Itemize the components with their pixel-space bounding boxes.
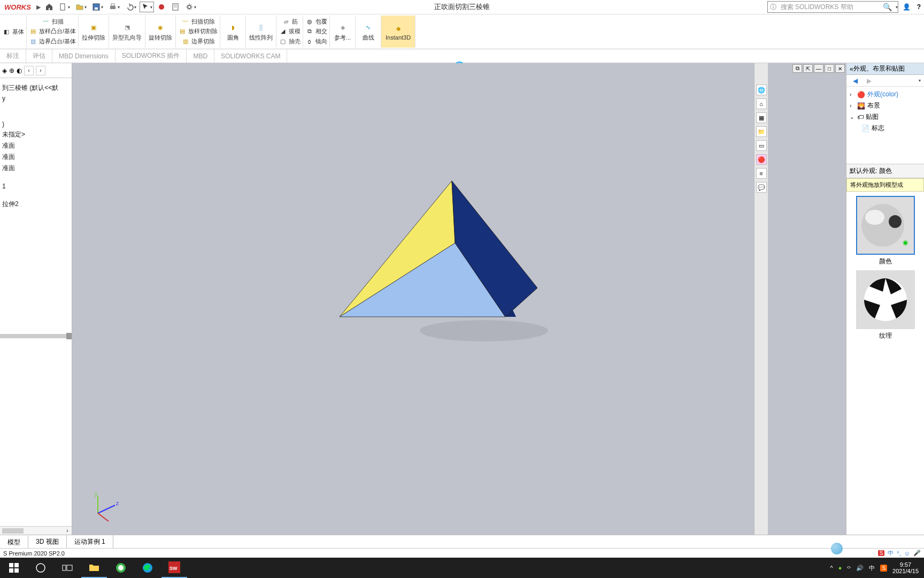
vp-min-icon[interactable]: — xyxy=(814,64,823,73)
rp-scene[interactable]: ›🌄 布景 xyxy=(850,100,921,111)
vp-restore-icon[interactable]: ⧉ xyxy=(792,64,802,73)
rb-draft[interactable]: ◢拔模 xyxy=(279,27,301,36)
tab-annotate[interactable]: 标注 xyxy=(0,49,26,63)
tray-battery-icon[interactable]: ● xyxy=(838,565,842,571)
rp-back-icon[interactable]: ◀ xyxy=(850,76,860,86)
tree-paren[interactable]: ) xyxy=(2,119,70,129)
search-box[interactable]: ⓘ 搜索 SOLIDWORKS 帮助 🔍▾ xyxy=(767,1,898,13)
tray-clock[interactable]: 9:57 2021/4/15 xyxy=(892,561,919,574)
fm-tab2-icon[interactable]: ⊕ xyxy=(9,67,14,74)
tree-root[interactable]: 到三棱锥 (默认<<默 xyxy=(2,82,70,94)
status-ime-badge[interactable]: S xyxy=(878,550,885,556)
user-icon[interactable]: 👤 xyxy=(900,2,913,12)
rp-appearance[interactable]: ›🔴 外观(color) xyxy=(850,89,921,100)
settings-icon[interactable]: ▾ xyxy=(183,2,198,12)
rb-intersect[interactable]: ⧉相交 xyxy=(305,27,327,36)
rb-boundary-cut[interactable]: ▥边界切除 xyxy=(181,37,215,46)
rb-ref[interactable]: ◈参考... xyxy=(330,16,356,48)
explorer-icon[interactable] xyxy=(81,558,107,578)
tab-mbddim[interactable]: MBD Dimensions xyxy=(52,49,116,63)
rb-rib[interactable]: ▱筋 xyxy=(282,17,298,26)
swatch-color[interactable]: ◉ 颜色 xyxy=(856,196,915,266)
rb-curve[interactable]: ∿曲线 xyxy=(356,16,381,48)
tab-model[interactable]: 模型 xyxy=(0,535,28,548)
edge-icon[interactable] xyxy=(135,558,160,578)
tab-evaluate[interactable]: 评估 xyxy=(26,49,52,63)
rb-fillet[interactable]: ◗圆角 xyxy=(220,16,246,48)
undo-icon[interactable]: ▾ xyxy=(123,2,138,12)
tab-mbd[interactable]: MBD xyxy=(187,49,214,63)
status-ime[interactable]: 中 xyxy=(888,549,894,557)
tab-addins[interactable]: SOLIDWORKS 插件 xyxy=(116,49,187,63)
fm-splitter[interactable] xyxy=(0,334,72,338)
rp-fwd-icon[interactable]: ▶ xyxy=(864,76,874,86)
floating-assist-icon[interactable] xyxy=(831,543,843,554)
swatch-texture[interactable]: 纹理 xyxy=(856,270,915,340)
tray-volume-icon[interactable]: 🔊 xyxy=(856,565,864,572)
rb-revolve-cut[interactable]: ◉旋转切除 xyxy=(145,16,176,48)
search-submit-icon[interactable]: 🔍 xyxy=(880,3,895,11)
rb-wrap[interactable]: ◍包覆 xyxy=(305,17,327,26)
help-icon[interactable]: ? xyxy=(915,2,923,12)
tp-forum-icon[interactable]: 💬 xyxy=(756,182,767,193)
viewport-3d[interactable]: ⧉ ⇱ — □ ✕ y z 🌐 ⌂ ▦ 📁 ▭ 🔴 ≡ 💬 xyxy=(72,63,846,535)
tp-appearance-icon[interactable]: 🔴 xyxy=(756,154,767,165)
feature-tree[interactable]: 到三棱锥 (默认<<默 y ) 未指定> 准面 准面 准面 1 拉伸2 xyxy=(0,78,72,275)
rebuild-icon[interactable] xyxy=(155,2,168,12)
rp-decal[interactable]: ⌄🏷 贴图 xyxy=(850,111,921,123)
tree-extrude2[interactable]: 拉伸2 xyxy=(2,199,70,210)
select-icon[interactable]: ▾ xyxy=(140,2,154,12)
tree-unassigned[interactable]: 未指定> xyxy=(2,129,70,140)
solidworks-taskbar-icon[interactable]: SW xyxy=(161,558,187,578)
rb-sweep-cut[interactable]: 〰扫描切除 xyxy=(181,17,215,26)
rb-instant3d[interactable]: ◆Instant3D xyxy=(381,16,415,48)
start-button[interactable] xyxy=(1,558,27,578)
rb-sweep[interactable]: 〰扫描 xyxy=(42,17,64,26)
tab-cam[interactable]: SOLIDWORKS CAM xyxy=(214,49,287,63)
edge-legacy-icon[interactable] xyxy=(108,558,134,578)
fm-tab1-icon[interactable]: ◈ xyxy=(2,67,7,74)
tree-y[interactable]: y xyxy=(2,94,70,103)
vp-link-icon[interactable]: ⇱ xyxy=(803,64,813,73)
rb-loft-cut[interactable]: ▤放样切割除 xyxy=(178,27,218,36)
pyramid-model[interactable] xyxy=(334,181,559,352)
rb-loft[interactable]: ▤放样凸台/基体 xyxy=(29,27,76,36)
tp-view-icon[interactable]: ▭ xyxy=(756,140,767,151)
taskview-icon[interactable] xyxy=(55,558,80,578)
rb-base[interactable]: ◧基体 xyxy=(2,27,24,36)
tray-wifi-icon[interactable]: ⌔ xyxy=(847,565,851,571)
fm-prev[interactable]: ‹ xyxy=(24,66,34,75)
tp-resources-icon[interactable]: 🌐 xyxy=(756,85,767,95)
tree-plane3[interactable]: 准面 xyxy=(2,163,70,174)
open-icon[interactable]: ▾ xyxy=(73,2,89,12)
view-triad[interactable]: y z xyxy=(83,492,120,524)
home-icon[interactable] xyxy=(43,2,56,12)
rb-wizard[interactable]: ⬔异型孔向导 xyxy=(109,16,145,48)
tray-sogou-icon[interactable]: S xyxy=(880,565,887,572)
tree-plane2[interactable]: 准面 xyxy=(2,151,70,163)
rb-pattern[interactable]: ⣿线性阵列 xyxy=(246,16,276,48)
status-punct-icon[interactable]: °, xyxy=(897,550,900,557)
save-icon[interactable]: ▾ xyxy=(90,2,105,12)
new-icon[interactable]: ▾ xyxy=(57,2,72,12)
rb-mirror[interactable]: ⧮镜向 xyxy=(305,37,327,46)
rb-shell[interactable]: ▢抽壳 xyxy=(279,37,301,46)
status-emoji-icon[interactable]: ☺ xyxy=(904,550,910,557)
options-file-icon[interactable] xyxy=(169,2,182,12)
fm-hscroll[interactable]: › xyxy=(0,526,72,535)
tab-3dview[interactable]: 3D 视图 xyxy=(28,535,67,548)
tp-explorer-icon[interactable]: 📁 xyxy=(756,126,767,137)
tp-home-icon[interactable]: ⌂ xyxy=(756,98,767,109)
rb-boundary[interactable]: ▥边界凸台/基体 xyxy=(29,37,76,46)
logo-arrow-icon[interactable]: ▶ xyxy=(34,4,43,11)
rp-drop[interactable]: ▾ xyxy=(919,78,921,83)
vp-max-icon[interactable]: □ xyxy=(825,64,834,73)
print-icon[interactable]: ▾ xyxy=(106,2,122,12)
tray-overflow-icon[interactable]: ^ xyxy=(830,565,833,571)
status-mic-icon[interactable]: 🎤 xyxy=(913,550,921,557)
tree-1[interactable]: 1 xyxy=(2,181,70,191)
fm-tab3-icon[interactable]: ◐ xyxy=(17,67,22,74)
tree-plane1[interactable]: 准面 xyxy=(2,140,70,151)
tray-ime[interactable]: 中 xyxy=(869,564,875,572)
rb-extrude-cut[interactable]: ▣拉伸切除 xyxy=(79,16,109,48)
